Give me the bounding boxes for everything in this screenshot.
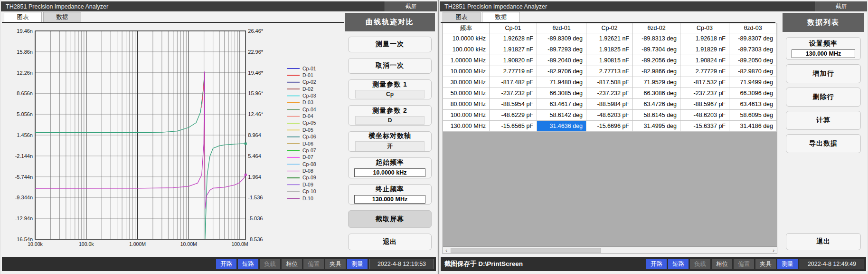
panel-button-计算[interactable]: 计算	[786, 111, 861, 130]
table-cell[interactable]: -237.232 pF	[586, 88, 633, 99]
table-cell[interactable]: 100.000 kHz	[443, 44, 490, 55]
status-button-测量[interactable]: 测量	[777, 259, 798, 269]
table-cell[interactable]: -89.7293 deg	[537, 44, 586, 55]
panel-button-测量参数 1[interactable]: 测量参数 1Cp	[348, 79, 432, 100]
table-cell[interactable]: 1.90824 nF	[680, 55, 729, 66]
table-cell[interactable]: -88.5954 pF	[490, 99, 537, 110]
status-button-开路[interactable]: 开路	[216, 259, 236, 269]
panel-button-导出数据[interactable]: 导出数据	[786, 134, 861, 153]
table-cell[interactable]: 10.0000 MHz	[443, 66, 490, 77]
table-cell[interactable]: -15.6565 pF	[490, 121, 537, 132]
table-cell[interactable]: 1.00000 MHz	[443, 55, 490, 66]
scroll-left-icon[interactable]: ‹	[443, 247, 450, 254]
status-button-短路[interactable]: 短路	[238, 259, 258, 269]
table-cell[interactable]: 1.91827 nF	[490, 44, 537, 55]
scrollbar-track[interactable]	[450, 247, 770, 254]
column-header-θzd-01[interactable]: θzd-01	[537, 23, 586, 33]
tab-数据[interactable]: 数据	[43, 12, 81, 22]
table-cell[interactable]: -817.532 pF	[680, 77, 729, 88]
table-cell[interactable]: -89.2050 deg	[729, 55, 777, 66]
table-cell[interactable]: -15.6337 pF	[680, 121, 729, 132]
table-cell[interactable]: -82.9870 deg	[729, 66, 777, 77]
exit-button[interactable]: 退出	[786, 233, 861, 250]
table-cell[interactable]: 63.4617 deg	[537, 99, 586, 110]
table-cell[interactable]: -89.7304 deg	[633, 44, 680, 55]
table-cell[interactable]: 71.9499 deg	[729, 77, 777, 88]
panel-button-取消一次[interactable]: 取消一次	[348, 58, 432, 74]
table-cell[interactable]: 63.4613 deg	[729, 99, 777, 110]
table-cell[interactable]: 130.000 MHz	[443, 121, 490, 132]
table-cell[interactable]: -89.2056 deg	[633, 55, 680, 66]
table-cell[interactable]: 31.4186 deg	[729, 121, 777, 132]
panel-button-起始频率[interactable]: 起始频率10.0000 kHz	[348, 157, 432, 178]
status-button-短路[interactable]: 短路	[668, 259, 689, 269]
table-cell[interactable]: -89.2040 deg	[537, 55, 586, 66]
table-cell[interactable]: -88.5984 pF	[586, 99, 633, 110]
horizontal-scrollbar[interactable]: ‹ ›	[443, 246, 777, 254]
table-cell[interactable]: -82.9706 deg	[537, 66, 586, 77]
table-cell[interactable]: -817.482 pF	[490, 77, 537, 88]
table-cell[interactable]: -89.8309 deg	[537, 33, 586, 44]
scroll-right-icon[interactable]: ›	[770, 247, 777, 254]
table-cell[interactable]: 50.0000 MHz	[443, 88, 490, 99]
column-header-Cp-02[interactable]: Cp-02	[586, 23, 633, 33]
tab-图表[interactable]: 图表	[443, 12, 481, 22]
column-header-Cp-03[interactable]: Cp-03	[680, 23, 729, 33]
table-cell[interactable]: 58.6095 deg	[729, 110, 777, 121]
screenshot-button[interactable]: 截屏	[815, 1, 867, 11]
table-cell[interactable]: 66.3085 deg	[537, 88, 586, 99]
table-cell[interactable]: -237.232 pF	[490, 88, 537, 99]
table-cell[interactable]: 1.92621 nF	[586, 33, 633, 44]
table-cell[interactable]: -88.5967 pF	[680, 99, 729, 110]
status-button-负载[interactable]: 负载	[260, 259, 280, 269]
table-cell[interactable]: -48.6203 pF	[586, 110, 633, 121]
table-cell[interactable]: 58.6142 deg	[537, 110, 586, 121]
table-cell[interactable]: 58.6145 deg	[633, 110, 680, 121]
column-header-θzd-03[interactable]: θzd-03	[729, 23, 777, 33]
status-button-负载[interactable]: 负载	[690, 259, 710, 269]
table-cell[interactable]: -48.6203 pF	[680, 110, 729, 121]
table-cell[interactable]: -237.237 pF	[680, 88, 729, 99]
scrollbar-thumb[interactable]	[451, 248, 601, 253]
table-cell[interactable]: 100.000 MHz	[443, 110, 490, 121]
panel-value-input[interactable]: 130.000 MHz	[792, 49, 855, 58]
table-cell[interactable]: 1.91829 nF	[680, 44, 729, 55]
table-cell[interactable]: 1.92618 nF	[680, 33, 729, 44]
status-button-夹具[interactable]: 夹具	[755, 259, 776, 269]
status-button-测量[interactable]: 测量	[347, 259, 368, 269]
table-cell[interactable]: 2.77729 nF	[680, 66, 729, 77]
table-cell[interactable]: 31.4995 deg	[633, 121, 680, 132]
table-cell[interactable]: 71.9529 deg	[633, 77, 680, 88]
table-cell[interactable]: -48.6229 pF	[490, 110, 537, 121]
table-cell[interactable]: -82.9866 deg	[633, 66, 680, 77]
panel-button-测量参数 2[interactable]: 测量参数 2D	[348, 105, 432, 126]
panel-value-input[interactable]: 130.000 MHz	[354, 195, 425, 204]
panel-button-测量一次[interactable]: 测量一次	[348, 37, 432, 52]
status-button-开路[interactable]: 开路	[646, 259, 667, 269]
screenshot-button[interactable]: 截屏	[385, 1, 437, 11]
status-button-相位[interactable]: 相位	[282, 259, 302, 269]
panel-button-终止频率[interactable]: 终止频率130.000 MHz	[348, 184, 432, 205]
column-header-频率[interactable]: 频率	[443, 23, 490, 33]
table-cell[interactable]: 1.92628 nF	[490, 33, 537, 44]
table-cell[interactable]: 30.0000 MHz	[443, 77, 490, 88]
panel-button-截取屏幕[interactable]: 截取屏幕	[348, 210, 432, 228]
table-cell[interactable]: 63.4726 deg	[633, 99, 680, 110]
table-cell[interactable]: 1.90815 nF	[586, 55, 633, 66]
tab-数据[interactable]: 数据	[482, 12, 520, 22]
status-button-相位[interactable]: 相位	[712, 259, 732, 269]
panel-value-input[interactable]: 10.0000 kHz	[354, 168, 425, 177]
status-button-偏置[interactable]: 偏置	[303, 259, 324, 269]
table-cell[interactable]: -89.7303 deg	[729, 44, 777, 55]
table-cell[interactable]: 31.4636 deg	[537, 121, 586, 132]
exit-button[interactable]: 退出	[348, 234, 432, 250]
table-cell[interactable]: -89.8307 deg	[729, 33, 777, 44]
status-button-夹具[interactable]: 夹具	[325, 259, 346, 269]
panel-button-横坐标对数轴[interactable]: 横坐标对数轴开	[348, 131, 432, 152]
panel-button-删除行[interactable]: 删除行	[786, 88, 861, 107]
table-cell[interactable]: 66.3086 deg	[633, 88, 680, 99]
column-header-Cp-01[interactable]: Cp-01	[490, 23, 537, 33]
table-cell[interactable]: -15.6696 pF	[586, 121, 633, 132]
table-cell[interactable]: 66.3096 deg	[729, 88, 777, 99]
table-cell[interactable]: 2.77719 nF	[490, 66, 537, 77]
